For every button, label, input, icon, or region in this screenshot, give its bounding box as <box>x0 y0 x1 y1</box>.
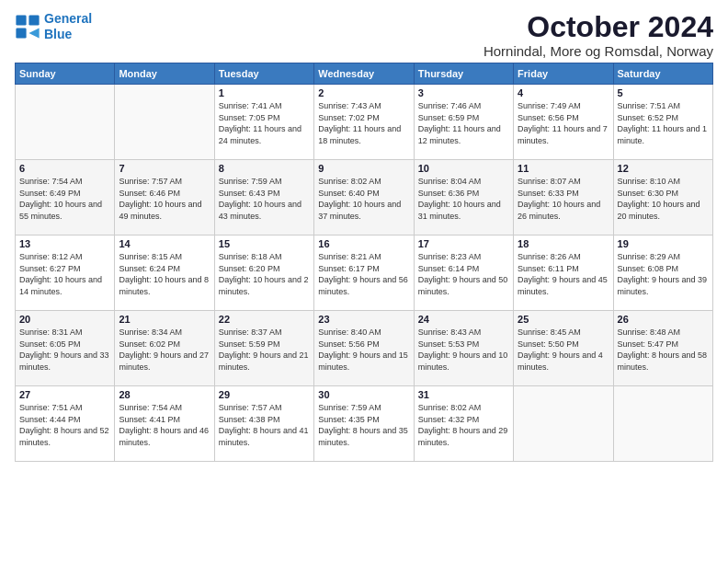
day-number: 11 <box>518 163 609 174</box>
day-info: Sunrise: 8:31 AM Sunset: 6:05 PM Dayligh… <box>19 327 110 373</box>
day-number: 18 <box>518 238 609 249</box>
calendar-cell: 5Sunrise: 7:51 AM Sunset: 6:52 PM Daylig… <box>613 85 712 160</box>
calendar-cell: 15Sunrise: 8:18 AM Sunset: 6:20 PM Dayli… <box>214 236 313 311</box>
day-info: Sunrise: 8:02 AM Sunset: 4:32 PM Dayligh… <box>418 402 509 448</box>
day-info: Sunrise: 7:46 AM Sunset: 6:59 PM Dayligh… <box>418 100 509 146</box>
day-info: Sunrise: 7:57 AM Sunset: 6:46 PM Dayligh… <box>119 176 210 222</box>
calendar-cell: 1Sunrise: 7:41 AM Sunset: 7:05 PM Daylig… <box>214 85 313 160</box>
calendar-cell: 17Sunrise: 8:23 AM Sunset: 6:14 PM Dayli… <box>414 236 513 311</box>
day-number: 9 <box>318 163 409 174</box>
calendar-cell: 12Sunrise: 8:10 AM Sunset: 6:30 PM Dayli… <box>613 160 712 236</box>
day-number: 6 <box>19 163 110 174</box>
day-number: 2 <box>318 87 409 98</box>
day-info: Sunrise: 7:54 AM Sunset: 4:41 PM Dayligh… <box>119 402 210 448</box>
header: General Blue October 2024 Hornindal, Mor… <box>15 11 713 59</box>
calendar-cell: 11Sunrise: 8:07 AM Sunset: 6:33 PM Dayli… <box>514 160 613 236</box>
day-number: 3 <box>418 87 509 98</box>
day-info: Sunrise: 8:12 AM Sunset: 6:27 PM Dayligh… <box>19 251 110 297</box>
day-info: Sunrise: 7:59 AM Sunset: 4:35 PM Dayligh… <box>318 402 409 448</box>
day-info: Sunrise: 8:15 AM Sunset: 6:24 PM Dayligh… <box>119 251 210 297</box>
calendar-week-row: 6Sunrise: 7:54 AM Sunset: 6:49 PM Daylig… <box>16 160 713 236</box>
calendar-table: Sunday Monday Tuesday Wednesday Thursday… <box>15 63 713 462</box>
day-number: 26 <box>618 314 709 325</box>
day-number: 12 <box>618 163 709 174</box>
day-info: Sunrise: 8:45 AM Sunset: 5:50 PM Dayligh… <box>518 327 609 373</box>
header-thursday: Thursday <box>414 63 513 85</box>
calendar-cell: 16Sunrise: 8:21 AM Sunset: 6:17 PM Dayli… <box>314 236 414 311</box>
calendar-cell <box>16 85 115 160</box>
svg-rect-1 <box>28 15 39 25</box>
day-number: 16 <box>318 238 409 249</box>
day-number: 10 <box>418 163 509 174</box>
day-info: Sunrise: 7:51 AM Sunset: 4:44 PM Dayligh… <box>19 402 110 448</box>
header-sunday: Sunday <box>16 63 115 85</box>
day-number: 31 <box>418 389 509 400</box>
calendar-cell: 18Sunrise: 8:26 AM Sunset: 6:11 PM Dayli… <box>514 236 613 311</box>
day-number: 13 <box>19 238 110 249</box>
calendar-cell <box>514 386 613 462</box>
day-info: Sunrise: 8:23 AM Sunset: 6:14 PM Dayligh… <box>418 251 509 297</box>
calendar-cell: 31Sunrise: 8:02 AM Sunset: 4:32 PM Dayli… <box>414 386 513 462</box>
day-number: 24 <box>418 314 509 325</box>
calendar-cell: 28Sunrise: 7:54 AM Sunset: 4:41 PM Dayli… <box>115 386 214 462</box>
day-info: Sunrise: 7:43 AM Sunset: 7:02 PM Dayligh… <box>318 100 409 146</box>
calendar-cell <box>115 85 214 160</box>
calendar-cell: 27Sunrise: 7:51 AM Sunset: 4:44 PM Dayli… <box>16 386 115 462</box>
calendar-cell: 9Sunrise: 8:02 AM Sunset: 6:40 PM Daylig… <box>314 160 414 236</box>
svg-rect-2 <box>16 28 26 38</box>
day-info: Sunrise: 7:57 AM Sunset: 4:38 PM Dayligh… <box>219 402 310 448</box>
day-number: 28 <box>119 389 210 400</box>
day-number: 7 <box>119 163 210 174</box>
calendar-cell: 2Sunrise: 7:43 AM Sunset: 7:02 PM Daylig… <box>314 85 414 160</box>
day-number: 4 <box>518 87 609 98</box>
calendar-cell: 10Sunrise: 8:04 AM Sunset: 6:36 PM Dayli… <box>414 160 513 236</box>
calendar-week-row: 20Sunrise: 8:31 AM Sunset: 6:05 PM Dayli… <box>16 311 713 386</box>
calendar-header-row: Sunday Monday Tuesday Wednesday Thursday… <box>16 63 713 85</box>
calendar-week-row: 13Sunrise: 8:12 AM Sunset: 6:27 PM Dayli… <box>16 236 713 311</box>
page-container: General Blue October 2024 Hornindal, Mor… <box>0 0 728 469</box>
day-number: 8 <box>219 163 310 174</box>
day-number: 30 <box>318 389 409 400</box>
calendar-cell: 26Sunrise: 8:48 AM Sunset: 5:47 PM Dayli… <box>613 311 712 386</box>
calendar-cell: 22Sunrise: 8:37 AM Sunset: 5:59 PM Dayli… <box>214 311 313 386</box>
header-tuesday: Tuesday <box>214 63 313 85</box>
day-number: 15 <box>219 238 310 249</box>
day-info: Sunrise: 7:49 AM Sunset: 6:56 PM Dayligh… <box>518 100 609 146</box>
calendar-cell: 30Sunrise: 7:59 AM Sunset: 4:35 PM Dayli… <box>314 386 414 462</box>
calendar-cell: 19Sunrise: 8:29 AM Sunset: 6:08 PM Dayli… <box>613 236 712 311</box>
calendar-cell: 25Sunrise: 8:45 AM Sunset: 5:50 PM Dayli… <box>514 311 613 386</box>
header-saturday: Saturday <box>613 63 712 85</box>
calendar-cell: 7Sunrise: 7:57 AM Sunset: 6:46 PM Daylig… <box>115 160 214 236</box>
day-info: Sunrise: 8:07 AM Sunset: 6:33 PM Dayligh… <box>518 176 609 222</box>
day-info: Sunrise: 8:21 AM Sunset: 6:17 PM Dayligh… <box>318 251 409 297</box>
day-number: 25 <box>518 314 609 325</box>
calendar-cell: 21Sunrise: 8:34 AM Sunset: 6:02 PM Dayli… <box>115 311 214 386</box>
day-number: 17 <box>418 238 509 249</box>
day-info: Sunrise: 8:04 AM Sunset: 6:36 PM Dayligh… <box>418 176 509 222</box>
calendar-cell <box>613 386 712 462</box>
calendar-week-row: 1Sunrise: 7:41 AM Sunset: 7:05 PM Daylig… <box>16 85 713 160</box>
header-friday: Friday <box>514 63 613 85</box>
logo-text: General Blue <box>44 11 92 42</box>
day-info: Sunrise: 8:43 AM Sunset: 5:53 PM Dayligh… <box>418 327 509 373</box>
day-number: 14 <box>119 238 210 249</box>
title-block: October 2024 Hornindal, More og Romsdal,… <box>483 11 713 59</box>
day-info: Sunrise: 8:10 AM Sunset: 6:30 PM Dayligh… <box>618 176 709 222</box>
day-info: Sunrise: 8:02 AM Sunset: 6:40 PM Dayligh… <box>318 176 409 222</box>
day-number: 22 <box>219 314 310 325</box>
day-info: Sunrise: 8:40 AM Sunset: 5:56 PM Dayligh… <box>318 327 409 373</box>
day-info: Sunrise: 7:59 AM Sunset: 6:43 PM Dayligh… <box>219 176 310 222</box>
day-info: Sunrise: 8:26 AM Sunset: 6:11 PM Dayligh… <box>518 251 609 297</box>
day-info: Sunrise: 7:51 AM Sunset: 6:52 PM Dayligh… <box>618 100 709 146</box>
day-number: 29 <box>219 389 310 400</box>
calendar-cell: 4Sunrise: 7:49 AM Sunset: 6:56 PM Daylig… <box>514 85 613 160</box>
header-wednesday: Wednesday <box>314 63 414 85</box>
calendar-cell: 29Sunrise: 7:57 AM Sunset: 4:38 PM Dayli… <box>214 386 313 462</box>
day-info: Sunrise: 8:29 AM Sunset: 6:08 PM Dayligh… <box>618 251 709 297</box>
day-number: 21 <box>119 314 210 325</box>
calendar-cell: 6Sunrise: 7:54 AM Sunset: 6:49 PM Daylig… <box>16 160 115 236</box>
calendar-cell: 14Sunrise: 8:15 AM Sunset: 6:24 PM Dayli… <box>115 236 214 311</box>
day-info: Sunrise: 7:54 AM Sunset: 6:49 PM Dayligh… <box>19 176 110 222</box>
calendar-cell: 8Sunrise: 7:59 AM Sunset: 6:43 PM Daylig… <box>214 160 313 236</box>
logo: General Blue <box>15 11 92 42</box>
